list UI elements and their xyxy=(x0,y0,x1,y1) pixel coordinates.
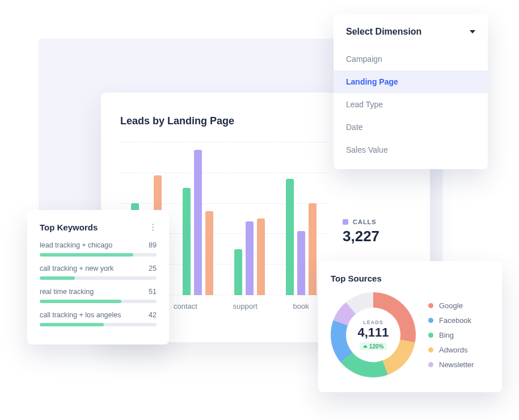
bar xyxy=(297,231,305,295)
keyword-value: 25 xyxy=(149,264,157,272)
keyword-bar xyxy=(40,276,157,280)
source-label: Newsletter xyxy=(439,360,474,369)
bar xyxy=(257,219,265,295)
bar xyxy=(183,188,191,295)
source-label: Bing xyxy=(439,331,454,339)
category-label: support xyxy=(233,302,257,310)
bar xyxy=(234,249,242,295)
keyword-label: lead tracking + chicago xyxy=(40,241,112,249)
select-dimension-dropdown[interactable]: Select Dimension CampaignLanding PageLea… xyxy=(334,14,488,169)
keyword-label: real time tracking xyxy=(40,288,94,296)
dimension-option[interactable]: Campaign xyxy=(334,48,488,70)
source-legend-item: Bing xyxy=(428,331,474,339)
keyword-row: call tracking + los angeles42 xyxy=(40,311,157,326)
bar xyxy=(194,150,202,296)
source-dot xyxy=(428,333,433,338)
keyword-row: real time tracking51 xyxy=(40,288,157,303)
legend-item: CALLS3,227 xyxy=(343,216,411,245)
top-keywords-card: Top Keywords lead tracking + chicago89ca… xyxy=(27,210,169,345)
keyword-value: 51 xyxy=(149,288,157,296)
donut-center-value: 4,111 xyxy=(346,325,400,340)
source-label: Google xyxy=(439,301,463,310)
keyword-label: call tracking + new york xyxy=(40,264,113,272)
keyword-bar xyxy=(40,300,157,303)
top-sources-legend: GoogleFacebookBingAdwordsNewsletter xyxy=(428,301,474,369)
keyword-bar-fill xyxy=(40,253,133,257)
keyword-bar xyxy=(40,323,157,326)
source-legend-item: Adwords xyxy=(428,346,474,354)
bar xyxy=(309,203,317,295)
dimension-option[interactable]: Sales Value xyxy=(334,138,488,161)
top-keywords-title: Top Keywords xyxy=(40,222,98,232)
source-label: Facebook xyxy=(439,316,471,325)
bar xyxy=(286,179,294,295)
donut-center-label: LEADS xyxy=(346,320,400,325)
source-dot xyxy=(428,318,433,323)
dimension-option[interactable]: Landing Page xyxy=(334,70,488,93)
donut-delta-value: 120% xyxy=(369,343,384,350)
donut-delta-badge: 120% xyxy=(360,342,387,351)
source-legend-item: Google xyxy=(428,301,474,310)
chevron-down-icon xyxy=(470,30,475,33)
legend-label: CALLS xyxy=(353,219,377,225)
category-label: contact xyxy=(174,302,197,310)
source-legend-item: Newsletter xyxy=(428,360,474,369)
kebab-menu-icon[interactable] xyxy=(149,224,157,231)
keyword-bar-fill xyxy=(40,323,104,326)
category-label: book xyxy=(293,302,309,310)
select-dimension-header[interactable]: Select Dimension xyxy=(334,20,488,48)
select-dimension-label: Select Dimension xyxy=(346,27,421,37)
keyword-bar-fill xyxy=(40,276,75,280)
bar xyxy=(246,221,254,295)
keyword-value: 42 xyxy=(149,311,157,319)
keyword-row: call tracking + new york25 xyxy=(40,264,157,280)
source-label: Adwords xyxy=(439,346,468,354)
keyword-bar xyxy=(40,253,157,257)
source-dot xyxy=(428,303,433,308)
legend-value: 3,227 xyxy=(343,228,411,245)
keyword-bar-fill xyxy=(40,300,121,303)
bar-group xyxy=(234,142,265,295)
donut-chart: LEADS 4,111 120% xyxy=(331,292,416,377)
legend-swatch xyxy=(343,219,348,225)
bar-group xyxy=(286,142,317,295)
top-sources-title: Top Sources xyxy=(331,274,490,283)
dimension-option[interactable]: Lead Type xyxy=(334,93,488,116)
bar xyxy=(205,211,213,296)
bar-group xyxy=(183,142,213,295)
dimension-option[interactable]: Date xyxy=(334,116,488,138)
keyword-value: 89 xyxy=(149,241,157,249)
source-dot xyxy=(428,362,433,367)
arrow-up-icon xyxy=(363,345,368,348)
source-legend-item: Facebook xyxy=(428,316,474,325)
keyword-label: call tracking + los angeles xyxy=(40,311,121,319)
keyword-row: lead tracking + chicago89 xyxy=(40,241,157,257)
source-dot xyxy=(428,347,433,352)
top-sources-card: Top Sources LEADS 4,111 120% GoogleFaceb… xyxy=(318,261,502,392)
